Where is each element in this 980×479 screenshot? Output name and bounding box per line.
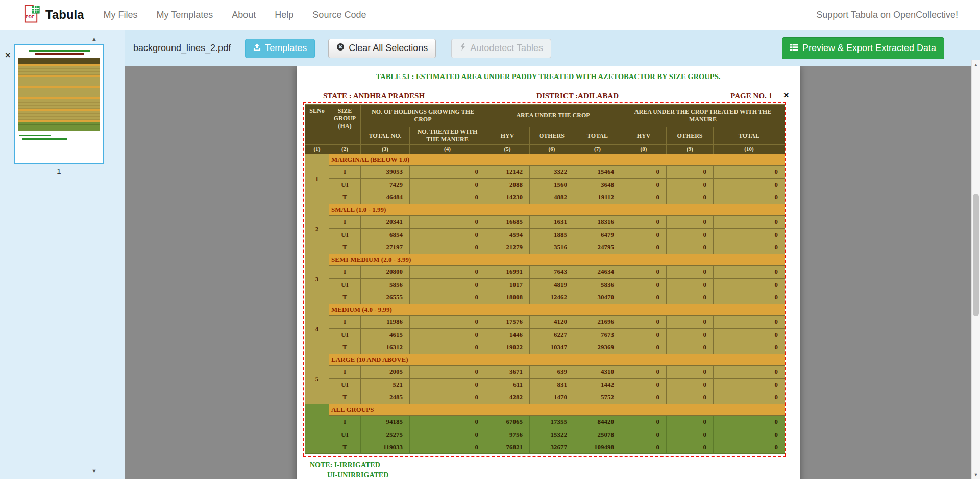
document-filename: background_lines_2.pdf bbox=[133, 43, 231, 54]
nav-help[interactable]: Help bbox=[275, 10, 293, 20]
thumbnail-meta-line bbox=[35, 53, 84, 55]
tabula-logo-icon: PDF bbox=[23, 4, 40, 26]
sidebar-scroll-down-icon[interactable]: ▼ bbox=[91, 468, 97, 474]
brand-title: Tabula bbox=[45, 8, 84, 22]
page-number-caption: 1 bbox=[14, 167, 104, 175]
pdf-note: NOTE: I-IRRIGATED UI-UNIRRIGATED bbox=[310, 460, 388, 479]
upload-icon bbox=[253, 43, 261, 54]
page-thumbnail[interactable] bbox=[14, 44, 104, 164]
top-navbar: PDF Tabula My Files My Templates About H… bbox=[0, 0, 980, 30]
autodetect-tables-button: Autodetect Tables bbox=[451, 39, 551, 58]
table-list-icon bbox=[790, 43, 798, 54]
tabula-brand[interactable]: PDF Tabula bbox=[23, 4, 84, 26]
pdf-page[interactable]: TABLE 5J : ESTIMATED AREA UNDER PADDY TR… bbox=[297, 66, 800, 479]
main-panel: background_lines_2.pdf Templates bbox=[125, 30, 980, 479]
nav-about[interactable]: About bbox=[232, 10, 256, 20]
district-text: DISTRICT :ADILABAD bbox=[425, 92, 730, 100]
scrollbar-down-icon[interactable]: ▼ bbox=[972, 470, 980, 479]
nav-links: My Files My Templates About Help Source … bbox=[104, 10, 366, 20]
thumbnail-note-line bbox=[19, 135, 51, 136]
svg-text:PDF: PDF bbox=[26, 14, 34, 19]
note-line-1: NOTE: I-IRRIGATED bbox=[310, 460, 388, 470]
note-line-2: UI-UNIRRIGATED bbox=[327, 470, 388, 479]
remove-circle-icon bbox=[336, 43, 345, 54]
sidebar-scroll-up-icon[interactable]: ▲ bbox=[91, 36, 97, 42]
pdf-table-title: TABLE 5J : ESTIMATED AREA UNDER PADDY TR… bbox=[297, 72, 800, 81]
lightning-bolt-icon bbox=[459, 43, 466, 54]
templates-button[interactable]: Templates bbox=[245, 39, 315, 58]
thumbnail-note-line bbox=[22, 138, 67, 140]
pdf-meta-row: STATE : ANDHRA PRADESH DISTRICT :ADILABA… bbox=[323, 92, 772, 100]
thumbnail-table bbox=[18, 58, 100, 131]
page-no-text: PAGE NO. 1 bbox=[730, 92, 772, 100]
thumbnail-close-icon[interactable]: × bbox=[5, 51, 11, 60]
preview-export-button[interactable]: Preview & Export Extracted Data bbox=[782, 37, 944, 59]
document-viewport: TABLE 5J : ESTIMATED AREA UNDER PADDY TR… bbox=[125, 66, 980, 479]
nav-my-files[interactable]: My Files bbox=[104, 10, 138, 20]
selection-box[interactable] bbox=[303, 102, 786, 457]
state-text: STATE : ANDHRA PRADESH bbox=[323, 92, 425, 100]
selection-close-icon[interactable]: × bbox=[783, 91, 789, 100]
scrollbar-up-icon[interactable]: ▲ bbox=[972, 60, 980, 69]
nav-my-templates[interactable]: My Templates bbox=[157, 10, 213, 20]
app-body: × 1 ▲ ▼ background_lines_2.pdf bbox=[0, 30, 980, 479]
thumbnail-title-line bbox=[29, 50, 90, 52]
scrollbar-thumb[interactable] bbox=[973, 194, 979, 316]
clear-all-selections-button[interactable]: Clear All Selections bbox=[328, 39, 436, 58]
vertical-scrollbar[interactable]: ▲ ▼ bbox=[971, 60, 980, 479]
toolbar: background_lines_2.pdf Templates bbox=[125, 30, 980, 66]
page-sidebar: × 1 ▲ ▼ bbox=[0, 30, 125, 479]
support-link[interactable]: Support Tabula on OpenCollective! bbox=[816, 10, 958, 20]
nav-source-code[interactable]: Source Code bbox=[312, 10, 366, 20]
